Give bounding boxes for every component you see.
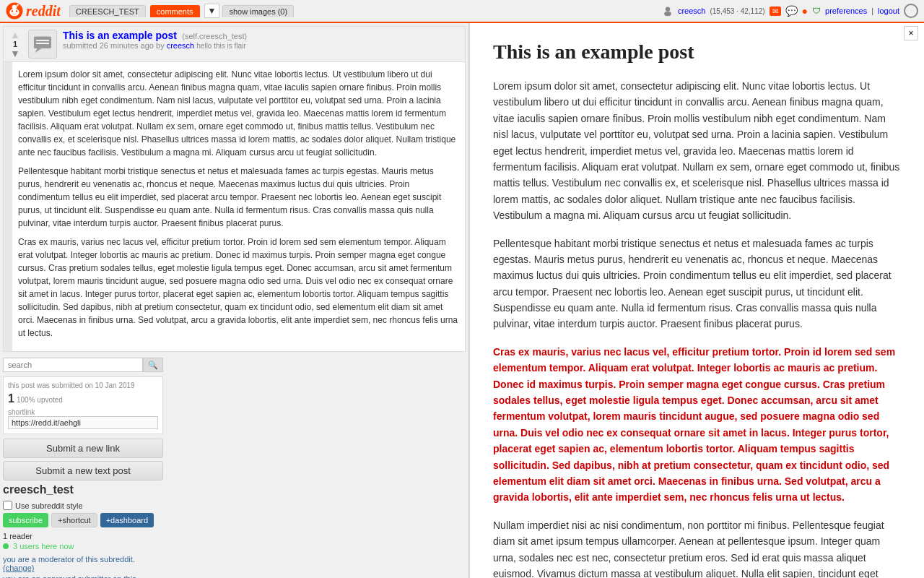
svg-point-1 <box>9 9 19 17</box>
downvote-button[interactable]: ▼ <box>10 48 20 59</box>
submit-date: this post was submitted on 10 Jan 2019 <box>8 381 158 389</box>
mod-note-2: you are an approved submitter on this su… <box>3 574 163 578</box>
subscribe-buttons: subscribe +shortcut +dashboard <box>3 513 163 527</box>
upvote-button[interactable]: ▲ <box>10 30 20 40</box>
submission-info-box: this post was submitted on 10 Jan 2019 1… <box>3 376 163 434</box>
username[interactable]: creesch <box>678 7 706 15</box>
preview-panel: This is an example post Lorem ipsum dolo… <box>469 23 924 578</box>
preview-title: This is an example post <box>493 40 901 64</box>
reader-count: 1 reader <box>3 532 163 540</box>
svg-marker-12 <box>35 48 42 53</box>
logout-link[interactable]: logout <box>878 7 899 15</box>
post-meta: submitted 26 minutes ago by creesch hell… <box>63 41 461 50</box>
reddit-logo: reddit <box>6 2 61 20</box>
post-area: ▲ 1 ▼ This is an example post (self.cree… <box>3 26 466 352</box>
shield-icon: 🛡 <box>812 6 821 16</box>
svg-rect-13 <box>36 40 49 41</box>
use-style-checkbox[interactable] <box>3 501 12 510</box>
subscribe-button[interactable]: subscribe <box>3 513 48 527</box>
karma-score: (15,453 · 42,112) <box>710 7 764 15</box>
mod-mail-icon[interactable]: 💬 <box>785 5 798 17</box>
search-input[interactable] <box>3 358 143 372</box>
preview-paragraph-1: Lorem ipsum dolor sit amet, consectetur … <box>493 78 901 224</box>
show-images-tab[interactable]: show images (0) <box>222 5 294 17</box>
use-style-label: Use subreddit style <box>15 501 83 510</box>
mail-icon[interactable]: ✉ <box>770 7 781 16</box>
points-count: 1 <box>8 392 14 405</box>
svg-rect-11 <box>34 37 51 49</box>
shortlink-label: shortlink <box>8 408 158 416</box>
post-comment-icon <box>28 30 57 59</box>
online-count: 3 users here now <box>3 542 163 551</box>
post-domain: (self.creesch_test) <box>182 32 247 40</box>
mod-note-1: you are a moderator of this subreddit. (… <box>3 555 163 572</box>
subreddit-name-header: creesch_test <box>3 483 163 496</box>
post-title[interactable]: This is an example post <box>63 30 177 41</box>
preview-paragraph-2: Pellentesque habitant morbi tristique se… <box>493 236 901 332</box>
mod-note-1-text: you are a moderator of this subreddit. <box>3 555 135 564</box>
comments-tab[interactable]: comments <box>150 5 200 17</box>
post-paragraph-3: Cras ex mauris, varius nec lacus vel, ef… <box>18 236 459 340</box>
header-right: creesch (15,453 · 42,112) ✉ 💬 ● 🛡 prefer… <box>662 4 918 18</box>
svg-point-4 <box>12 10 13 12</box>
filter-icon[interactable]: ▼ <box>204 4 220 18</box>
post-paragraph-2: Pellentesque habitant morbi tristique se… <box>18 165 459 230</box>
svg-point-5 <box>16 10 17 12</box>
reddit-icon-small: ● <box>802 5 808 17</box>
post-meta-text: submitted 26 minutes ago by <box>63 41 165 50</box>
change-link[interactable]: (change) <box>3 564 34 572</box>
mod-note-2-text: you are an approved submitter on this su… <box>3 574 136 578</box>
vote-column: ▲ 1 ▼ <box>8 30 22 59</box>
post-content: Lorem ipsum dolor sit amet, consectetur … <box>4 62 465 351</box>
svg-rect-14 <box>36 43 49 44</box>
night-mode-icon[interactable] <box>904 4 918 18</box>
shortlink-url[interactable]: https://redd.it/aehgli <box>8 416 158 429</box>
header-bar: reddit CREESCH_TEST comments ▼ show imag… <box>0 0 924 23</box>
svg-point-6 <box>12 5 17 9</box>
reddit-wordmark: reddit <box>26 3 61 20</box>
post-flair: hello this is flair <box>196 42 245 50</box>
post-header: ▲ 1 ▼ This is an example post (self.cree… <box>4 27 465 62</box>
svg-point-9 <box>666 7 670 11</box>
submit-text-button[interactable]: Submit a new text post <box>3 461 163 480</box>
subreddit-sidebar: 🔍 this post was submitted on 10 Jan 2019… <box>0 355 166 578</box>
user-icon <box>662 5 674 17</box>
left-panel: ▲ 1 ▼ This is an example post (self.cree… <box>0 23 469 578</box>
header-tabs: CREESCH_TEST comments ▼ show images (0) <box>69 4 295 18</box>
post-sidebar-bar <box>4 62 12 351</box>
svg-point-8 <box>17 4 19 5</box>
preview-paragraph-3: Cras ex mauris, varius nec lacus vel, ef… <box>493 344 901 506</box>
use-style-row: Use subreddit style <box>3 501 163 510</box>
post-paragraph-1: Lorem ipsum dolor sit amet, consectetur … <box>18 68 459 159</box>
search-box-container: 🔍 <box>3 358 163 372</box>
close-preview-button[interactable]: × <box>904 26 918 40</box>
post-author[interactable]: creesch <box>167 41 195 50</box>
shortcut-button[interactable]: +shortcut <box>51 513 97 527</box>
online-count-text: 3 users here now <box>13 542 74 551</box>
preview-paragraph-4: Nullam imperdiet nisi ac nisi condimentu… <box>493 517 901 578</box>
post-info: This is an example post (self.creesch_te… <box>63 30 461 59</box>
preferences-link[interactable]: preferences <box>825 7 867 15</box>
online-dot <box>3 543 9 549</box>
submit-link-button[interactable]: Submit a new link <box>3 439 163 458</box>
svg-point-10 <box>664 12 671 16</box>
reddit-alien-icon <box>6 2 23 20</box>
post-text: Lorem ipsum dolor sit amet, consectetur … <box>12 62 465 351</box>
upvoted-pct: 100% upvoted <box>17 396 63 404</box>
dashboard-button[interactable]: +dashboard <box>100 513 154 527</box>
main-layout: ▲ 1 ▼ This is an example post (self.cree… <box>0 23 924 578</box>
subreddit-tab[interactable]: CREESCH_TEST <box>69 5 146 17</box>
search-button[interactable]: 🔍 <box>143 358 163 372</box>
